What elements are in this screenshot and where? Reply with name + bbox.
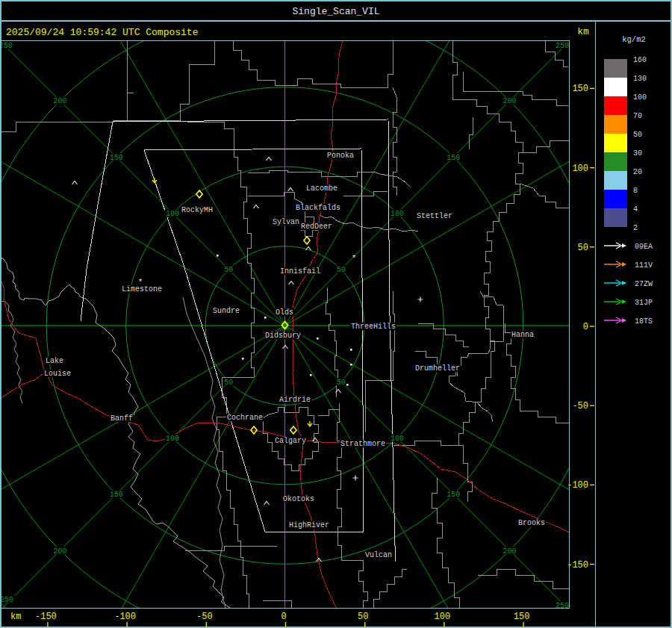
svg-text:150: 150 (110, 154, 123, 162)
svg-text:Strathmore: Strathmore (340, 440, 385, 448)
svg-text:Hanna: Hanna (511, 331, 534, 339)
svg-text:Brooks: Brooks (518, 519, 545, 527)
svg-text:Calgary: Calgary (275, 437, 306, 445)
svg-text:2025/09/24 10:59:42 UTC Compos: 2025/09/24 10:59:42 UTC Composite (6, 27, 198, 38)
svg-text:50: 50 (633, 131, 642, 139)
svg-text:50: 50 (578, 243, 588, 253)
svg-text:20: 20 (633, 168, 642, 176)
svg-text:Louise: Louise (44, 370, 71, 378)
svg-text:200: 200 (53, 97, 66, 105)
svg-text:100: 100 (435, 612, 451, 622)
svg-text:Vulcan: Vulcan (365, 551, 392, 559)
svg-text:250: 250 (0, 42, 13, 50)
svg-text:Drumheller: Drumheller (415, 364, 460, 373)
svg-text:Didsbury: Didsbury (265, 332, 301, 340)
svg-text:150: 150 (572, 84, 588, 94)
svg-text:150: 150 (447, 491, 460, 499)
svg-text:km: km (577, 26, 589, 37)
svg-text:31JP: 31JP (635, 299, 653, 307)
svg-text:50: 50 (224, 379, 233, 387)
svg-text:27ZW: 27ZW (635, 280, 653, 288)
svg-text:Sundre: Sundre (213, 307, 240, 315)
svg-text:250: 250 (0, 596, 13, 604)
svg-text:-100: -100 (567, 480, 588, 491)
svg-text:8: 8 (633, 187, 638, 195)
svg-text:RockyMH: RockyMH (181, 206, 213, 214)
svg-text:0: 0 (583, 322, 588, 332)
svg-text:Ponoka: Ponoka (327, 152, 354, 160)
svg-text:km: km (10, 612, 21, 622)
svg-text:Olds: Olds (276, 308, 293, 317)
svg-text:Single_Scan_VIL: Single_Scan_VIL (292, 6, 379, 17)
svg-text:-50: -50 (196, 612, 213, 622)
svg-text:Airdrie: Airdrie (279, 396, 311, 404)
svg-text:50: 50 (224, 266, 233, 274)
svg-text:200: 200 (503, 547, 517, 556)
svg-text:-100: -100 (114, 612, 136, 622)
svg-text:130: 130 (633, 75, 647, 83)
svg-text:100: 100 (633, 93, 647, 102)
svg-text:RedDeer: RedDeer (301, 223, 332, 231)
svg-text:Lacombe: Lacombe (306, 184, 337, 193)
svg-text:18TS: 18TS (635, 317, 653, 326)
svg-text:09EA: 09EA (635, 243, 653, 251)
svg-text:Lake: Lake (46, 357, 63, 365)
svg-text:50: 50 (337, 266, 346, 274)
svg-text:50: 50 (358, 612, 368, 622)
svg-text:-150: -150 (35, 612, 57, 622)
svg-text:Okotoks: Okotoks (283, 495, 314, 503)
svg-text:ThreeHills: ThreeHills (351, 323, 396, 331)
svg-text:Blackfalds: Blackfalds (296, 204, 340, 212)
svg-text:160: 160 (633, 56, 647, 64)
svg-text:Stettler: Stettler (417, 212, 452, 220)
svg-text:Limestone: Limestone (122, 285, 162, 293)
svg-text:200: 200 (53, 547, 66, 556)
svg-text:kg/m2: kg/m2 (622, 35, 646, 44)
svg-text:150: 150 (447, 154, 460, 162)
svg-text:70: 70 (633, 112, 642, 120)
svg-text:200: 200 (503, 97, 517, 105)
svg-text:4: 4 (633, 205, 638, 214)
svg-text:-150: -150 (567, 560, 588, 571)
svg-text:30: 30 (633, 149, 642, 158)
svg-text:0: 0 (281, 612, 286, 622)
svg-text:Innisfail: Innisfail (280, 267, 320, 276)
svg-text:100: 100 (391, 435, 404, 443)
svg-text:2: 2 (633, 224, 638, 232)
svg-text:150: 150 (110, 491, 123, 499)
svg-text:Banff: Banff (111, 414, 133, 423)
svg-text:-50: -50 (572, 401, 588, 411)
svg-text:Cochrane: Cochrane (227, 414, 263, 422)
svg-text:250: 250 (556, 42, 569, 50)
svg-text:HighRiver: HighRiver (289, 521, 329, 529)
svg-text:100: 100 (572, 164, 588, 174)
svg-text:100: 100 (166, 210, 179, 218)
svg-text:50: 50 (337, 379, 346, 387)
svg-text:*: * (352, 254, 357, 263)
svg-text:100: 100 (166, 435, 179, 443)
svg-text:Sylvan: Sylvan (273, 218, 299, 226)
svg-text:100: 100 (391, 210, 404, 218)
svg-text:150: 150 (514, 612, 530, 622)
svg-text:111V: 111V (635, 261, 653, 270)
